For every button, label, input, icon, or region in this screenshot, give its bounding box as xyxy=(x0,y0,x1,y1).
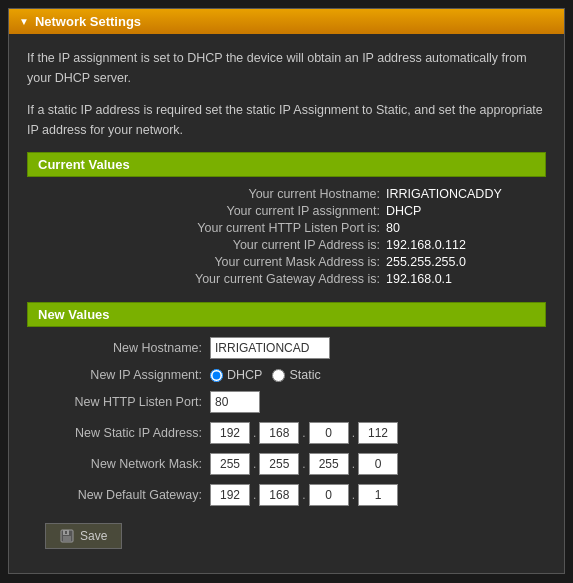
collapse-arrow-icon[interactable]: ▼ xyxy=(19,16,29,27)
new-ip-assignment-label: New IP Assignment: xyxy=(27,368,202,382)
gateway-row: Your current Gateway Address is: 192.168… xyxy=(27,272,546,286)
current-values-header: Current Values xyxy=(27,152,546,177)
ip-assignment-label: Your current IP assignment: xyxy=(226,204,380,218)
mask-group: . . . xyxy=(210,453,398,475)
hostname-value: IRRIGATIONCADDY xyxy=(386,187,546,201)
ip-address-label: Your current IP Address is: xyxy=(233,238,380,252)
hostname-label: Your current Hostname: xyxy=(248,187,380,201)
http-port-value: 80 xyxy=(386,221,546,235)
gateway-octet-1[interactable] xyxy=(210,484,250,506)
new-http-port-label: New HTTP Listen Port: xyxy=(27,395,202,409)
new-mask-row: New Network Mask: . . . xyxy=(27,453,546,475)
panel-header: ▼ Network Settings xyxy=(9,9,564,34)
static-ip-octet-2[interactable] xyxy=(259,422,299,444)
mask-octet-3[interactable] xyxy=(309,453,349,475)
mask-dot-3: . xyxy=(351,457,356,471)
new-http-port-input[interactable] xyxy=(210,391,260,413)
gateway-octet-3[interactable] xyxy=(309,484,349,506)
new-ip-assignment-row: New IP Assignment: DHCP Static xyxy=(27,368,546,382)
gateway-dot-1: . xyxy=(252,488,257,502)
static-ip-octet-3[interactable] xyxy=(309,422,349,444)
http-port-row: Your current HTTP Listen Port is: 80 xyxy=(27,221,546,235)
description-static: If a static IP address is required set t… xyxy=(27,100,546,140)
footer: Save xyxy=(27,515,546,559)
new-gateway-label: New Default Gateway: xyxy=(27,488,202,502)
ip-assignment-value: DHCP xyxy=(386,204,546,218)
svg-rect-3 xyxy=(65,531,67,534)
static-label: Static xyxy=(289,368,320,382)
static-ip-octet-1[interactable] xyxy=(210,422,250,444)
ip-dot-2: . xyxy=(301,426,306,440)
current-values-section: Current Values Your current Hostname: IR… xyxy=(27,152,546,286)
gateway-octet-2[interactable] xyxy=(259,484,299,506)
mask-octet-4[interactable] xyxy=(358,453,398,475)
new-static-ip-label: New Static IP Address: xyxy=(27,426,202,440)
save-label: Save xyxy=(80,529,107,543)
new-mask-label: New Network Mask: xyxy=(27,457,202,471)
ip-address-row: Your current IP Address is: 192.168.0.11… xyxy=(27,238,546,252)
static-radio[interactable] xyxy=(272,369,285,382)
new-hostname-row: New Hostname: xyxy=(27,337,546,359)
gateway-value: 192.168.0.1 xyxy=(386,272,546,286)
save-icon xyxy=(60,529,74,543)
mask-octet-2[interactable] xyxy=(259,453,299,475)
hostname-row: Your current Hostname: IRRIGATIONCADDY xyxy=(27,187,546,201)
static-ip-octet-4[interactable] xyxy=(358,422,398,444)
static-option[interactable]: Static xyxy=(272,368,320,382)
gateway-dot-3: . xyxy=(351,488,356,502)
new-http-port-row: New HTTP Listen Port: xyxy=(27,391,546,413)
ip-assignment-row: Your current IP assignment: DHCP xyxy=(27,204,546,218)
panel-title: Network Settings xyxy=(35,14,141,29)
gateway-octet-4[interactable] xyxy=(358,484,398,506)
description-dhcp: If the IP assignment is set to DHCP the … xyxy=(27,48,546,88)
new-values-header: New Values xyxy=(27,302,546,327)
new-static-ip-row: New Static IP Address: . . . xyxy=(27,422,546,444)
panel-body: If the IP assignment is set to DHCP the … xyxy=(9,34,564,573)
new-hostname-label: New Hostname: xyxy=(27,341,202,355)
ip-address-value: 192.168.0.112 xyxy=(386,238,546,252)
dhcp-radio[interactable] xyxy=(210,369,223,382)
new-gateway-row: New Default Gateway: . . . xyxy=(27,484,546,506)
ip-assignment-radio-group: DHCP Static xyxy=(210,368,321,382)
mask-dot-2: . xyxy=(301,457,306,471)
gateway-group: . . . xyxy=(210,484,398,506)
mask-dot-1: . xyxy=(252,457,257,471)
mask-row: Your current Mask Address is: 255.255.25… xyxy=(27,255,546,269)
gateway-dot-2: . xyxy=(301,488,306,502)
new-values-section: New Values New Hostname: New IP Assignme… xyxy=(27,302,546,506)
mask-octet-1[interactable] xyxy=(210,453,250,475)
http-port-label: Your current HTTP Listen Port is: xyxy=(197,221,380,235)
mask-value: 255.255.255.0 xyxy=(386,255,546,269)
new-hostname-input[interactable] xyxy=(210,337,330,359)
dhcp-option[interactable]: DHCP xyxy=(210,368,262,382)
network-settings-panel: ▼ Network Settings If the IP assignment … xyxy=(8,8,565,574)
svg-rect-2 xyxy=(63,536,71,541)
save-button[interactable]: Save xyxy=(45,523,122,549)
ip-dot-3: . xyxy=(351,426,356,440)
static-ip-group: . . . xyxy=(210,422,398,444)
mask-label: Your current Mask Address is: xyxy=(214,255,380,269)
ip-dot-1: . xyxy=(252,426,257,440)
gateway-label: Your current Gateway Address is: xyxy=(195,272,380,286)
dhcp-label: DHCP xyxy=(227,368,262,382)
